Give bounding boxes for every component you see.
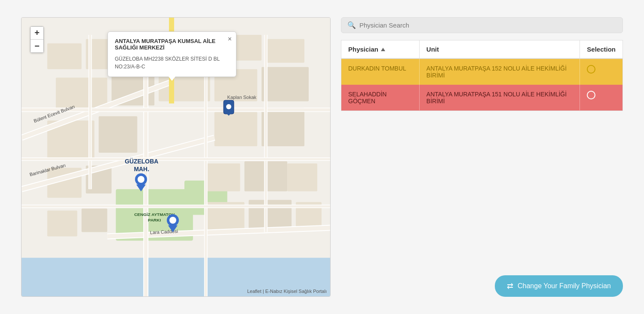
selection-cell-2[interactable]	[580, 85, 623, 111]
map-marker-2[interactable]	[134, 172, 148, 193]
attribution-text: Leaflet | E-Nabız Kişisel Sağlık Portalı	[247, 289, 327, 294]
right-panel: 🔍 Physician Unit Selection	[341, 17, 623, 297]
change-icon: ⇄	[507, 281, 513, 291]
table-header-row: Physician Unit Selection	[341, 40, 623, 59]
popup-title: ANTALYA MURATPAŞA KUMSAL AİLE SAĞLIĞI ME…	[115, 38, 229, 51]
zoom-out-button[interactable]: −	[31, 40, 43, 52]
svg-point-65	[169, 217, 176, 224]
search-icon: 🔍	[347, 21, 356, 29]
svg-point-62	[138, 176, 144, 183]
physician-table: Physician Unit Selection DURKADIN TOMBUL	[341, 40, 623, 111]
popup-close-button[interactable]: ×	[228, 35, 232, 43]
map-marker-3[interactable]	[166, 213, 180, 234]
change-physician-button[interactable]: ⇄ Change Your Family Physician	[495, 275, 623, 297]
sort-arrow-icon	[381, 48, 385, 51]
svg-text:PARKI: PARKI	[148, 218, 161, 222]
physician-name-2: SELAHADDİN GÖÇMEN	[341, 85, 420, 111]
map-zoom-controls[interactable]: + −	[30, 26, 44, 53]
unit-name-1: ANTALYA MURATPAŞA 152 NOLU AİLE HEKİMLİĞ…	[419, 58, 580, 85]
svg-text:GÜZELOBA: GÜZELOBA	[125, 158, 158, 165]
col-physician[interactable]: Physician	[341, 40, 420, 59]
svg-rect-28	[82, 209, 107, 232]
svg-marker-66	[168, 225, 178, 232]
svg-rect-17	[215, 112, 258, 146]
table-row[interactable]: DURKADIN TOMBUL ANTALYA MURATPAŞA 152 NO…	[341, 58, 623, 85]
search-input[interactable]	[359, 22, 616, 29]
map-attribution: Leaflet | E-Nabız Kişisel Sağlık Portalı	[247, 289, 327, 294]
svg-rect-23	[287, 163, 317, 191]
map-marker-1[interactable]	[223, 99, 235, 119]
radio-button-2[interactable]	[587, 91, 595, 99]
table-row[interactable]: SELAHADDİN GÖÇMEN ANTALYA MURATPAŞA 151 …	[341, 85, 623, 111]
svg-marker-63	[136, 185, 146, 191]
change-btn-row: ⇄ Change Your Family Physician	[341, 189, 623, 297]
svg-rect-18	[261, 108, 304, 146]
svg-rect-27	[47, 211, 77, 237]
svg-rect-21	[206, 163, 240, 191]
zoom-in-button[interactable]: +	[31, 27, 43, 40]
selection-cell-1[interactable]	[580, 58, 623, 85]
change-btn-label: Change Your Family Physician	[518, 282, 611, 290]
popup-address: GÜZELOBA MH2238 SKÖZLER SİTESİ D BL NO:2…	[115, 55, 229, 71]
col-selection: Selection	[580, 40, 623, 59]
col-unit: Unit	[419, 40, 580, 59]
svg-point-59	[226, 104, 231, 109]
svg-text:MAH.: MAH.	[134, 166, 149, 172]
search-bar[interactable]: 🔍	[341, 17, 623, 33]
svg-rect-16	[99, 116, 138, 153]
unit-name-2: ANTALYA MURATPAŞA 151 NOLU AİLE HEKİMLİĞ…	[419, 85, 580, 111]
svg-rect-14	[261, 67, 309, 102]
svg-rect-4	[47, 43, 82, 69]
radio-button-1[interactable]	[587, 65, 595, 74]
physician-name-1: DURKADIN TOMBUL	[341, 58, 420, 85]
svg-rect-9	[266, 39, 304, 63]
map-container[interactable]: Kaplan Sokak Bülent Ecevit Bulvarı Barin…	[21, 17, 331, 297]
map-popup: × ANTALYA MURATPAŞA KUMSAL AİLE SAĞLIĞI …	[107, 31, 236, 77]
